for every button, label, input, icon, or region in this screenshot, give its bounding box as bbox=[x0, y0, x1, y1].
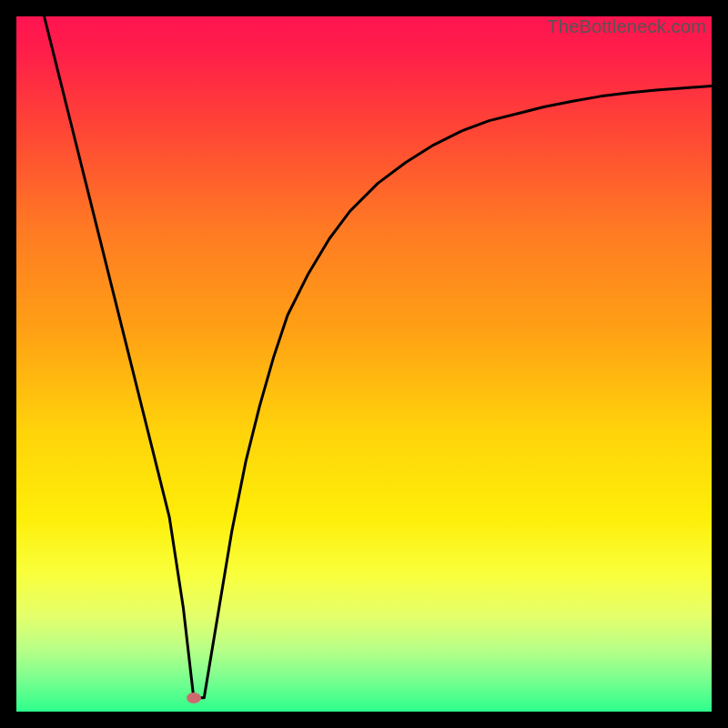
watermark-label: TheBottleneck.com bbox=[547, 16, 706, 37]
curve-line bbox=[16, 16, 712, 712]
plot-frame: TheBottleneck.com bbox=[16, 16, 712, 712]
minimum-marker bbox=[187, 693, 201, 703]
